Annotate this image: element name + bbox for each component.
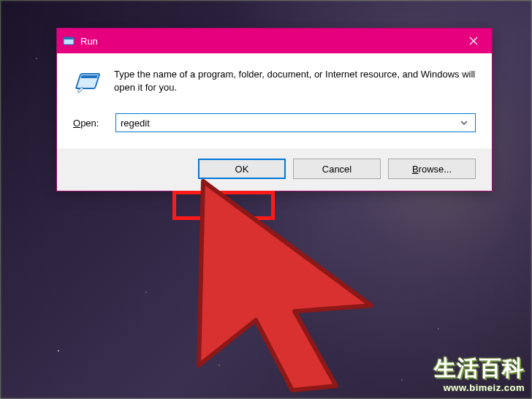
ok-button-label: OK (235, 164, 249, 175)
chevron-down-icon[interactable] (457, 121, 471, 125)
run-description: Type the name of a program, folder, docu… (114, 68, 476, 94)
titlebar-title: Run (80, 36, 98, 47)
dialog-body: Type the name of a program, folder, docu… (57, 53, 492, 132)
close-button[interactable] (455, 28, 492, 53)
run-dialog: Run Type the name of a program, folder, … (56, 28, 493, 191)
ok-button[interactable]: OK (198, 159, 286, 179)
svg-rect-5 (80, 75, 97, 78)
button-bar: OK Cancel Browse... (57, 148, 492, 191)
cancel-button-label: Cancel (322, 164, 352, 175)
open-label: Open: (73, 118, 105, 129)
open-combobox[interactable]: regedit (115, 113, 476, 132)
svg-rect-1 (64, 37, 74, 39)
browse-button[interactable]: Browse... (388, 159, 476, 179)
run-titlebar-icon (63, 35, 75, 47)
open-input-value: regedit (121, 118, 457, 129)
cancel-button[interactable]: Cancel (293, 159, 381, 179)
titlebar[interactable]: Run (57, 28, 492, 53)
browse-button-label: Browse... (412, 164, 452, 175)
close-icon (469, 37, 478, 45)
run-program-icon (73, 68, 102, 97)
